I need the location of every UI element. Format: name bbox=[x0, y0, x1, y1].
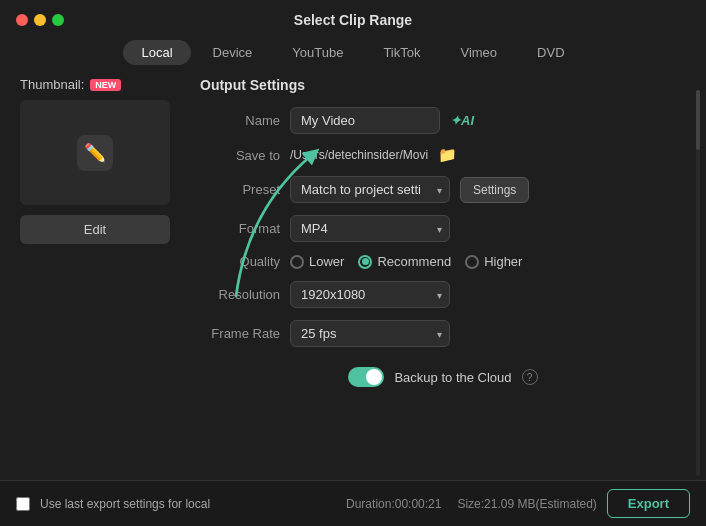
preset-select-wrap: Match to project settings ▾ bbox=[290, 176, 450, 203]
radio-lower-circle bbox=[290, 255, 304, 269]
resolution-row: Resolution 1920x1080 ▾ bbox=[200, 281, 686, 308]
settings-button[interactable]: Settings bbox=[460, 177, 529, 203]
tab-local[interactable]: Local bbox=[123, 40, 190, 65]
radio-recommend-circle bbox=[358, 255, 372, 269]
quality-recommend[interactable]: Recommend bbox=[358, 254, 451, 269]
scroll-track bbox=[696, 90, 700, 476]
main-content: Thumbnail: NEW ✏️ Edit Output Settings N… bbox=[0, 77, 706, 387]
folder-icon[interactable]: 📁 bbox=[438, 146, 457, 164]
tab-dvd[interactable]: DVD bbox=[519, 40, 582, 65]
footer: Use last export settings for local Durat… bbox=[0, 480, 706, 526]
save-to-row: Save to /Users/detechinsider/Movi 📁 bbox=[200, 146, 686, 164]
toggle-knob bbox=[366, 369, 382, 385]
window-title: Select Clip Range bbox=[16, 12, 690, 28]
last-settings-checkbox[interactable] bbox=[16, 497, 30, 511]
backup-label: Backup to the Cloud bbox=[394, 370, 511, 385]
close-button[interactable] bbox=[16, 14, 28, 26]
resolution-select-wrap: 1920x1080 ▾ bbox=[290, 281, 450, 308]
quality-higher[interactable]: Higher bbox=[465, 254, 522, 269]
quality-lower-label: Lower bbox=[309, 254, 344, 269]
quality-recommend-label: Recommend bbox=[377, 254, 451, 269]
resolution-label: Resolution bbox=[200, 287, 280, 302]
section-title: Output Settings bbox=[200, 77, 686, 93]
title-bar: Select Clip Range bbox=[0, 0, 706, 36]
frame-rate-label: Frame Rate bbox=[200, 326, 280, 341]
radio-recommend-dot bbox=[362, 258, 369, 265]
quality-row: Quality Lower Recommend Higher bbox=[200, 254, 686, 269]
resolution-select[interactable]: 1920x1080 bbox=[290, 281, 450, 308]
frame-rate-select-wrap: 25 fps ▾ bbox=[290, 320, 450, 347]
edit-button[interactable]: Edit bbox=[20, 215, 170, 244]
right-panel: Output Settings Name ✦AI Save to /Users/… bbox=[200, 77, 686, 387]
preset-label: Preset bbox=[200, 182, 280, 197]
format-row: Format MP4 ▾ bbox=[200, 215, 686, 242]
export-button[interactable]: Export bbox=[607, 489, 690, 518]
maximize-button[interactable] bbox=[52, 14, 64, 26]
left-panel: Thumbnail: NEW ✏️ Edit bbox=[20, 77, 180, 387]
thumbnail-label: Thumbnail: NEW bbox=[20, 77, 180, 92]
format-label: Format bbox=[200, 221, 280, 236]
ai-icon: ✦AI bbox=[450, 113, 474, 128]
footer-meta: Duration:00:00:21 Size:21.09 MB(Estimate… bbox=[346, 497, 597, 511]
quality-higher-label: Higher bbox=[484, 254, 522, 269]
minimize-button[interactable] bbox=[34, 14, 46, 26]
help-icon[interactable]: ? bbox=[522, 369, 538, 385]
tab-tiktok[interactable]: TikTok bbox=[365, 40, 438, 65]
tab-device[interactable]: Device bbox=[195, 40, 271, 65]
backup-toggle[interactable] bbox=[348, 367, 384, 387]
quality-label: Quality bbox=[200, 254, 280, 269]
quality-options: Lower Recommend Higher bbox=[290, 254, 522, 269]
frame-rate-select[interactable]: 25 fps bbox=[290, 320, 450, 347]
window-controls bbox=[16, 14, 64, 26]
preset-row: Preset Match to project settings ▾ Setti… bbox=[200, 176, 686, 203]
tab-youtube[interactable]: YouTube bbox=[274, 40, 361, 65]
name-row: Name ✦AI bbox=[200, 107, 686, 134]
thumbnail-edit-icon: ✏️ bbox=[77, 135, 113, 171]
backup-row: Backup to the Cloud ? bbox=[200, 367, 686, 387]
tab-bar: Local Device YouTube TikTok Vimeo DVD bbox=[0, 36, 706, 77]
format-select-wrap: MP4 ▾ bbox=[290, 215, 450, 242]
save-to-path: /Users/detechinsider/Movi bbox=[290, 148, 428, 162]
name-label: Name bbox=[200, 113, 280, 128]
quality-lower[interactable]: Lower bbox=[290, 254, 344, 269]
tab-vimeo[interactable]: Vimeo bbox=[442, 40, 515, 65]
new-badge: NEW bbox=[90, 79, 121, 91]
duration-text: Duration:00:00:21 bbox=[346, 497, 441, 511]
thumbnail-text: Thumbnail: bbox=[20, 77, 84, 92]
last-settings-label: Use last export settings for local bbox=[40, 497, 336, 511]
preset-select[interactable]: Match to project settings bbox=[290, 176, 450, 203]
format-select[interactable]: MP4 bbox=[290, 215, 450, 242]
size-text: Size:21.09 MB(Estimated) bbox=[457, 497, 596, 511]
radio-higher-circle bbox=[465, 255, 479, 269]
scroll-thumb[interactable] bbox=[696, 90, 700, 150]
name-input[interactable] bbox=[290, 107, 440, 134]
thumbnail-box: ✏️ bbox=[20, 100, 170, 205]
frame-rate-row: Frame Rate 25 fps ▾ bbox=[200, 320, 686, 347]
save-to-label: Save to bbox=[200, 148, 280, 163]
